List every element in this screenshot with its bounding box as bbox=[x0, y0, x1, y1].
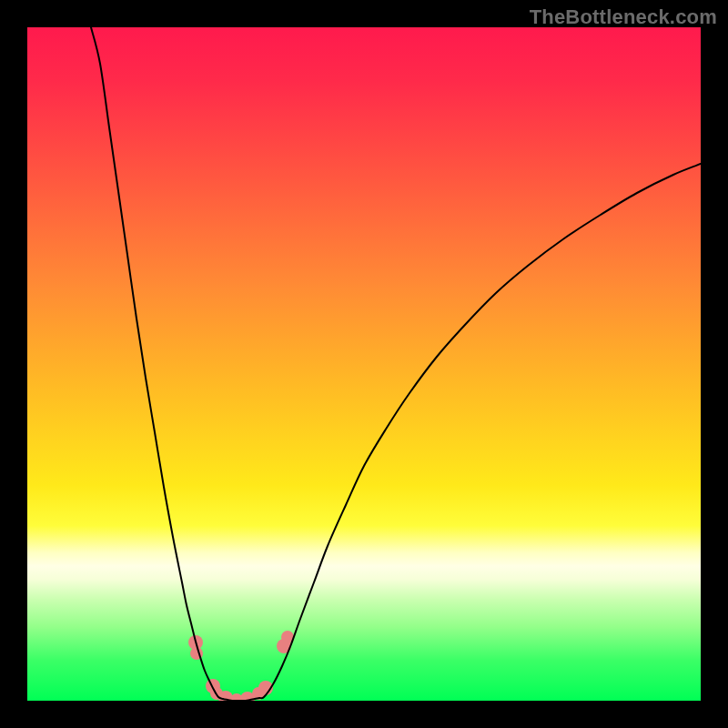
watermark-text: TheBottleneck.com bbox=[530, 5, 717, 29]
bottleneck-curve bbox=[91, 27, 701, 701]
markers-layer bbox=[188, 631, 294, 701]
chart-frame: TheBottleneck.com bbox=[0, 0, 728, 728]
chart-svg bbox=[27, 27, 701, 701]
plot-area bbox=[27, 27, 701, 701]
